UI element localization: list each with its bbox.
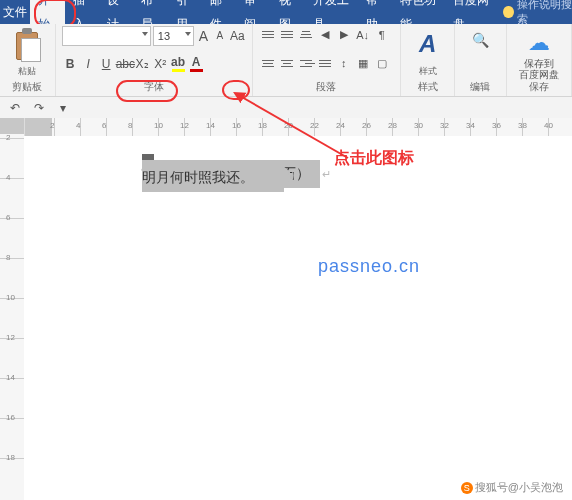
justify-button[interactable] — [316, 55, 334, 72]
underline-button[interactable]: U — [98, 56, 115, 73]
group-edit: 🔍 编辑 — [455, 24, 507, 96]
save-group-label: 保存 — [513, 80, 565, 96]
document-stage: 246810121416182022242628303234363840 246… — [0, 118, 572, 500]
group-clipboard: 粘贴 剪贴板 — [0, 24, 56, 96]
bold-button[interactable]: B — [62, 56, 79, 73]
paste-button[interactable] — [12, 28, 42, 62]
clipboard-group-label: 剪贴板 — [6, 80, 49, 96]
save-label: 保存到百度网盘 — [513, 58, 565, 80]
qat-undo[interactable]: ↶ — [6, 99, 24, 117]
sort-button[interactable]: A↓ — [354, 26, 372, 43]
styles-label: 样式 — [407, 65, 448, 78]
numbering-button[interactable] — [278, 26, 296, 43]
font-color-button[interactable]: A — [188, 56, 205, 73]
horizontal-ruler[interactable]: 246810121416182022242628303234363840 — [24, 118, 572, 137]
credit-badge: S搜狐号@小吴泡泡 — [458, 479, 566, 496]
qat-more[interactable]: ▾ — [54, 99, 72, 117]
page[interactable]: 牧童 （北宋.吕岩）↵ 草铺横野六七里，↵ 笛弄晚风三四声。↵ 归来饱饭黄昏后，… — [24, 136, 572, 500]
vertical-ruler[interactable]: 24681012141618 — [0, 118, 25, 500]
align-right-button[interactable] — [297, 55, 315, 72]
group-font: 13 A A Aa B I U abc X₂ X² ab A 字体 — [56, 24, 253, 96]
grow-font-button[interactable]: A — [196, 26, 210, 46]
outdent-button[interactable]: ◀ — [316, 26, 334, 43]
indent-button[interactable]: ▶ — [335, 26, 353, 43]
annotation-text: 点击此图标 — [334, 148, 414, 169]
sohu-icon: S — [461, 482, 473, 494]
change-case-button[interactable]: Aa — [229, 26, 246, 46]
bulb-icon — [503, 6, 513, 18]
paste-label: 粘贴 — [6, 65, 49, 78]
strike-button[interactable]: abc — [116, 56, 133, 73]
multilevel-button[interactable] — [297, 26, 315, 43]
align-left-button[interactable] — [259, 55, 277, 72]
bullets-button[interactable] — [259, 26, 277, 43]
quick-access-toolbar: ↶ ↷ ▾ — [0, 97, 572, 120]
font-family-select[interactable] — [62, 26, 151, 46]
styles-group-label: 样式 — [407, 80, 448, 96]
font-group-label: 字体 — [62, 80, 246, 96]
borders-button[interactable]: ▢ — [373, 55, 391, 72]
superscript-button[interactable]: X² — [152, 56, 169, 73]
qat-redo[interactable]: ↷ — [30, 99, 48, 117]
shrink-font-button[interactable]: A — [213, 26, 227, 46]
group-save: ☁ 保存到百度网盘 保存 — [507, 24, 572, 96]
watermark: passneo.cn — [318, 256, 420, 277]
marks-button[interactable]: ¶ — [373, 26, 391, 43]
para-group-label: 段落 — [259, 80, 395, 96]
tell-me[interactable]: 操作说明搜索 — [503, 0, 572, 27]
edit-group-label: 编辑 — [461, 80, 500, 96]
poem-b-line-4: 明月何时照我还。↵ — [142, 164, 154, 165]
ribbon: 粘贴 剪贴板 13 A A Aa B I U abc X₂ X² ab A 字体… — [0, 24, 572, 97]
save-cloud-button[interactable]: ☁ — [513, 26, 565, 58]
subscript-button[interactable]: X₂ — [134, 56, 151, 73]
find-button[interactable]: 🔍 — [461, 26, 500, 68]
align-center-button[interactable] — [278, 55, 296, 72]
group-paragraph: ◀ ▶ A↓ ¶ ↕ ▦ ▢ 段落 — [253, 24, 402, 96]
menu-bar: 文件 开始插入设计布局引用邮件审阅视图开发工具帮助特色功能百度网盘 操作说明搜索 — [0, 0, 572, 24]
shading-button[interactable]: ▦ — [354, 55, 372, 72]
group-styles: A 样式 样式 — [401, 24, 455, 96]
line-spacing-button[interactable]: ↕ — [335, 55, 353, 72]
italic-button[interactable]: I — [80, 56, 97, 73]
font-size-select[interactable]: 13 — [153, 26, 195, 46]
styles-button[interactable]: A — [407, 26, 448, 62]
tab-file[interactable]: 文件 — [0, 0, 30, 24]
highlight-button[interactable]: ab — [170, 56, 187, 73]
document-content[interactable]: 牧童 （北宋.吕岩）↵ 草铺横野六七里，↵ 笛弄晚风三四声。↵ 归来饱饭黄昏后，… — [142, 154, 154, 165]
